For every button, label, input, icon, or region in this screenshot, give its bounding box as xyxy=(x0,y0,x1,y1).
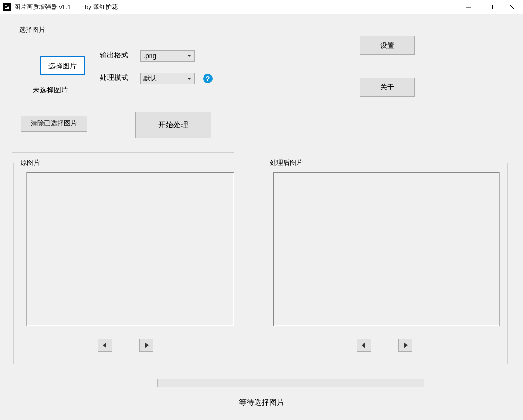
group-select-image: 选择图片 选择图片 未选择图片 输出格式 .png 处理模式 默认 ? 清除已选… xyxy=(12,30,234,153)
svg-point-0 xyxy=(5,5,7,6)
original-next-button[interactable] xyxy=(139,339,153,352)
process-mode-label: 处理模式 xyxy=(100,73,128,82)
clear-selected-button-label: 清除已选择图片 xyxy=(31,119,77,128)
group-processed-image: 处理后图片 xyxy=(263,163,508,364)
group-original-title: 原图片 xyxy=(18,159,42,167)
titlebar: 图片画质增强器 v1.1 by 落红护花 xyxy=(0,0,523,14)
select-image-button[interactable]: 选择图片 xyxy=(40,56,85,75)
window-title: 图片画质增强器 v1.1 xyxy=(14,3,71,11)
start-process-button[interactable]: 开始处理 xyxy=(135,112,211,138)
settings-button-label: 设置 xyxy=(380,41,394,50)
process-mode-select[interactable]: 默认 xyxy=(140,73,195,84)
start-process-button-label: 开始处理 xyxy=(158,120,188,130)
original-prev-button[interactable] xyxy=(98,339,112,352)
group-original-image: 原图片 xyxy=(13,163,245,364)
processed-image-frame xyxy=(273,172,500,326)
processed-prev-button[interactable] xyxy=(357,339,371,352)
processed-next-button[interactable] xyxy=(398,339,412,352)
clear-selected-button[interactable]: 清除已选择图片 xyxy=(21,116,87,132)
no-selection-label: 未选择图片 xyxy=(33,86,68,95)
window-author: by 落红护花 xyxy=(85,3,117,11)
minimize-button[interactable] xyxy=(458,0,479,14)
status-text: 等待选择图片 xyxy=(0,398,523,408)
client-area: 选择图片 选择图片 未选择图片 输出格式 .png 处理模式 默认 ? 清除已选… xyxy=(0,14,523,420)
svg-rect-1 xyxy=(488,5,493,9)
select-image-button-label: 选择图片 xyxy=(48,62,77,71)
output-format-select[interactable]: .png xyxy=(140,50,195,62)
group-select-title: 选择图片 xyxy=(17,26,47,34)
app-icon xyxy=(3,3,11,11)
progress-bar xyxy=(157,379,424,387)
help-icon[interactable]: ? xyxy=(203,74,213,83)
process-mode-value: 默认 xyxy=(143,74,157,83)
about-button-label: 关于 xyxy=(380,83,394,92)
settings-button[interactable]: 设置 xyxy=(360,36,415,55)
about-button[interactable]: 关于 xyxy=(360,78,415,97)
maximize-button[interactable] xyxy=(479,0,501,14)
output-format-label: 输出格式 xyxy=(100,51,128,60)
original-image-frame xyxy=(26,172,234,326)
group-processed-title: 处理后图片 xyxy=(268,159,305,167)
close-button[interactable] xyxy=(501,0,523,14)
output-format-value: .png xyxy=(143,52,156,60)
